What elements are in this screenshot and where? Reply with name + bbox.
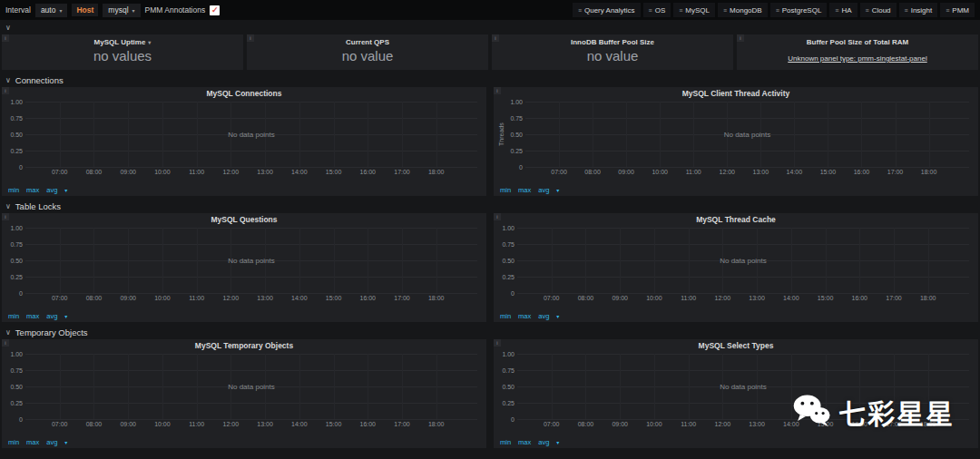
panel-info-icon[interactable]: i <box>247 34 254 42</box>
caret-down-icon[interactable]: ▾ <box>556 313 559 319</box>
plot-area[interactable]: No data points <box>25 354 477 419</box>
legend-stat-link[interactable]: max <box>518 186 531 194</box>
y-axis-tick: 0 <box>19 164 23 171</box>
legend-stat-link[interactable]: avg <box>538 438 549 446</box>
x-axis-tick: 10:00 <box>154 421 171 427</box>
stat-value: no values <box>2 48 243 63</box>
legend-stat-link[interactable]: min <box>8 438 19 446</box>
plot-area[interactable]: No data points <box>517 228 969 293</box>
caret-down-icon: ▾ <box>148 39 151 45</box>
grid-line <box>299 102 300 167</box>
grid-line <box>585 354 586 419</box>
legend-stat-link[interactable]: min <box>8 312 19 320</box>
x-axis: 07:0008:0009:0010:0011:0012:0013:0014:00… <box>525 167 969 178</box>
host-select[interactable]: mysql ▾ <box>103 4 140 17</box>
y-axis-tick: 0 <box>19 290 23 297</box>
panel-title[interactable]: MySQL Questions <box>2 213 486 226</box>
panel-info-icon[interactable]: i <box>737 34 744 42</box>
grid-line <box>552 354 553 419</box>
y-axis-tick: 0 <box>511 290 514 297</box>
panel-info-icon[interactable]: i <box>494 213 501 220</box>
panel-info-icon[interactable]: i <box>492 34 499 42</box>
pmm-annotations-label[interactable]: PMM Annotations <box>145 5 206 15</box>
panel-row: i MySQL Temporary Objects 1.000.750.500.… <box>0 339 980 448</box>
legend-stat-link[interactable]: min <box>500 438 511 446</box>
panel-title[interactable]: MySQL Client Thread Activity <box>494 87 978 100</box>
grid-line <box>197 228 198 293</box>
caret-down-icon[interactable]: ▾ <box>556 187 559 193</box>
panel-title[interactable]: MySQL Select Types <box>494 339 978 352</box>
y-axis-tick: 0.75 <box>10 115 23 122</box>
legend-stat-link[interactable]: min <box>8 186 19 194</box>
section-header[interactable]: ∨ Temporary Objects <box>0 326 980 339</box>
panel-info-icon[interactable]: i <box>2 339 9 347</box>
panel-info-icon[interactable]: i <box>494 339 501 347</box>
nav-cloud[interactable]: ≡ Cloud <box>860 3 897 17</box>
no-data-text: No data points <box>720 383 767 391</box>
panel-title[interactable]: MySQL Uptime ▾ <box>2 34 243 46</box>
caret-down-icon[interactable]: ▾ <box>556 439 559 445</box>
x-axis-tick: 12:00 <box>715 421 731 427</box>
nav-mongodb[interactable]: ≡ MongoDB <box>718 3 768 17</box>
legend: minmaxavg▾ <box>2 310 486 322</box>
x-axis-tick: 11:00 <box>189 295 204 301</box>
chevron-down-icon[interactable]: ∨ <box>5 24 11 32</box>
legend-stat-link[interactable]: avg <box>46 438 57 446</box>
caret-down-icon[interactable]: ▾ <box>64 187 67 193</box>
nav-ha[interactable]: ≡ HA <box>829 3 857 17</box>
y-axis-tick: 0.25 <box>502 400 514 406</box>
grid-line <box>896 102 897 167</box>
legend-stat-link[interactable]: max <box>518 438 531 446</box>
panel-title[interactable]: Current QPS <box>247 34 488 46</box>
panel-title[interactable]: MySQL Thread Cache <box>494 213 978 226</box>
nav-os[interactable]: ≡ OS <box>643 3 671 17</box>
y-axis-tick: 1.00 <box>10 99 23 105</box>
plot-area[interactable]: No data points <box>525 102 969 167</box>
pmm-annotations-checkbox[interactable]: ✓ <box>210 5 220 15</box>
legend-stat-link[interactable]: min <box>500 186 511 194</box>
nav-insight[interactable]: ≡ Insight <box>899 3 938 17</box>
graph-area: 1.000.750.500.250 No data points 07:0008… <box>2 226 486 310</box>
legend-stat-link[interactable]: min <box>500 312 511 320</box>
legend-stat-link[interactable]: max <box>518 312 531 320</box>
panel-title[interactable]: InnoDB Buffer Pool Size <box>492 34 733 46</box>
section-header[interactable]: ∨ Connections <box>0 73 980 87</box>
panel-title[interactable]: Buffer Pool Size of Total RAM <box>737 34 978 46</box>
panel-info-icon[interactable]: i <box>2 34 9 42</box>
interval-select[interactable]: auto ▾ <box>35 4 68 17</box>
x-axis-tick: 09:00 <box>120 421 136 427</box>
panel-info-icon[interactable]: i <box>494 87 501 94</box>
grid-line <box>928 354 929 419</box>
x-axis-tick: 12:00 <box>715 295 731 301</box>
caret-down-icon[interactable]: ▾ <box>64 439 67 445</box>
panel-error-text[interactable]: Unknown panel type: pmm-singlestat-panel <box>737 54 978 63</box>
x-axis-tick: 11:00 <box>189 169 204 175</box>
section-header[interactable]: ∨ Table Locks <box>0 200 980 213</box>
legend-stat-link[interactable]: avg <box>538 186 549 194</box>
caret-down-icon[interactable]: ▾ <box>64 313 67 319</box>
interval-value: auto <box>41 5 56 15</box>
panel-info-icon[interactable]: i <box>2 213 9 220</box>
x-axis-tick: 15:00 <box>326 295 342 301</box>
plot-area[interactable]: No data points <box>25 228 477 293</box>
grid-line <box>654 228 655 293</box>
legend-stat-link[interactable]: max <box>26 186 39 194</box>
nav-mysql[interactable]: ≡ MySQL <box>673 3 715 17</box>
panel-title[interactable]: MySQL Temporary Objects <box>2 339 486 352</box>
x-axis-tick: 11:00 <box>681 421 696 427</box>
grid-line <box>794 102 795 167</box>
plot-area[interactable]: No data points <box>517 354 969 419</box>
nav-postgresql[interactable]: ≡ PostgreSQL <box>770 3 828 17</box>
plot-area[interactable]: No data points <box>25 102 477 167</box>
legend-stat-link[interactable]: avg <box>538 312 549 320</box>
panel-title[interactable]: MySQL Connections <box>2 87 486 100</box>
legend-stat-link[interactable]: avg <box>46 186 57 194</box>
panel-info-icon[interactable]: i <box>2 87 9 94</box>
legend-stat-link[interactable]: max <box>26 438 39 446</box>
menu-icon: ≡ <box>905 7 908 14</box>
nav-query-analytics[interactable]: ≡ Query Analytics <box>573 3 641 17</box>
legend-stat-link[interactable]: avg <box>46 312 57 320</box>
legend-stat-link[interactable]: max <box>26 312 39 320</box>
grid-line <box>93 102 94 167</box>
nav-pmm[interactable]: ≡ PMM <box>940 3 975 17</box>
